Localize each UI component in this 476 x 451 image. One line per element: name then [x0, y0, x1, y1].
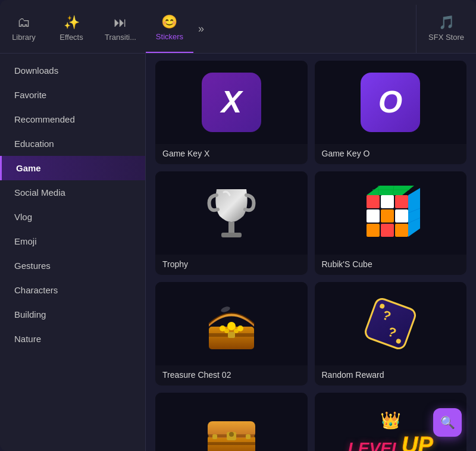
sticker-label-trophy: Trophy — [155, 255, 308, 275]
sidebar-item-vlog[interactable]: Vlog — [0, 205, 145, 229]
svg-rect-10 — [381, 209, 394, 223]
sticker-image-rubiks — [315, 171, 467, 255]
sticker-label-rubiks: Rubik'S Cube — [315, 255, 467, 275]
stickers-icon: 😊 — [161, 15, 177, 29]
svg-point-29 — [234, 328, 239, 333]
nav-transitions[interactable]: ⏭ Transiti... — [95, 5, 146, 53]
nav-stickers-label: Stickers — [156, 32, 183, 41]
svg-rect-5 — [221, 233, 242, 237]
sidebar-item-recommended[interactable]: Recommended — [0, 107, 145, 131]
sticker-grid: X Game Key X — [155, 54, 466, 451]
nav-effects-label: Effects — [60, 33, 83, 42]
nav-sfx[interactable]: 🎵 SFX Store — [416, 5, 476, 53]
svg-rect-42 — [212, 434, 217, 439]
svg-rect-24 — [228, 332, 235, 338]
sticker-card-trophy[interactable]: Trophy — [155, 171, 308, 275]
sidebar: Downloads Favorite Recommended Education… — [0, 54, 146, 451]
sidebar-item-game[interactable]: Game — [0, 156, 145, 180]
svg-text:X: X — [219, 84, 243, 119]
svg-marker-15 — [367, 186, 414, 195]
sticker-label-game-key-x: Game Key X — [155, 144, 308, 164]
grid-area: X Game Key X — [146, 54, 476, 451]
svg-point-28 — [224, 328, 229, 333]
sidebar-item-favorite[interactable]: Favorite — [0, 83, 145, 107]
sidebar-item-gestures[interactable]: Gestures — [0, 253, 145, 278]
sticker-card-treasure-01[interactable]: Treasure Chest 01 — [155, 393, 308, 451]
svg-rect-11 — [395, 209, 408, 223]
svg-point-26 — [227, 322, 236, 330]
sticker-label-game-key-o: Game Key O — [315, 144, 467, 164]
svg-rect-14 — [395, 224, 408, 237]
svg-rect-9 — [367, 209, 380, 223]
sticker-card-treasure-02[interactable]: Treasure Chest 02 — [155, 282, 308, 386]
app-container: 🗂 Library ✨ Effects ⏭ Transiti... 😊 Stic… — [0, 0, 476, 451]
svg-rect-13 — [381, 224, 394, 237]
svg-rect-12 — [367, 224, 380, 237]
svg-rect-43 — [246, 434, 250, 439]
sticker-image-game-key-o: O — [315, 61, 467, 144]
sfx-icon: 🎵 — [439, 16, 455, 29]
svg-text:O: O — [378, 84, 402, 119]
up-text: UP — [402, 433, 433, 451]
sidebar-item-characters[interactable]: Characters — [0, 278, 145, 302]
svg-rect-6 — [367, 195, 380, 208]
level-text: LEVEL — [348, 439, 402, 451]
crown-icon: 👑 — [380, 411, 401, 430]
sticker-card-random-reward[interactable]: ? ? Random Reward — [315, 282, 467, 386]
svg-rect-37 — [208, 442, 255, 445]
nav-effects[interactable]: ✨ Effects — [48, 5, 95, 53]
svg-rect-4 — [228, 222, 234, 233]
sticker-label-treasure-02: Treasure Chest 02 — [155, 365, 308, 386]
sidebar-item-emoji[interactable]: Emoji — [0, 229, 145, 253]
sticker-image-treasure-01 — [155, 393, 308, 451]
svg-rect-8 — [395, 195, 408, 208]
sticker-card-game-key-o[interactable]: O Game Key O — [315, 61, 467, 164]
sidebar-item-downloads[interactable]: Downloads — [0, 58, 145, 83]
top-nav: 🗂 Library ✨ Effects ⏭ Transiti... 😊 Stic… — [0, 0, 476, 54]
nav-transitions-label: Transiti... — [105, 33, 136, 42]
sticker-image-game-key-x: X — [155, 61, 308, 144]
svg-rect-31 — [364, 297, 417, 350]
transitions-icon: ⏭ — [114, 16, 127, 29]
sticker-card-rubiks[interactable]: Rubik'S Cube — [315, 171, 467, 275]
effects-icon: ✨ — [64, 16, 80, 29]
svg-rect-7 — [381, 195, 394, 208]
search-icon: 🔍 — [440, 415, 455, 430]
svg-point-41 — [229, 432, 234, 437]
sidebar-item-education[interactable]: Education — [0, 131, 145, 156]
sidebar-item-nature[interactable]: Nature — [0, 327, 145, 351]
sticker-label-random-reward: Random Reward — [315, 365, 467, 386]
sticker-card-game-key-x[interactable]: X Game Key X — [155, 61, 308, 164]
main-content: Downloads Favorite Recommended Education… — [0, 54, 476, 451]
sticker-image-trophy — [155, 171, 308, 255]
nav-library[interactable]: 🗂 Library — [0, 5, 48, 53]
sidebar-item-social-media[interactable]: Social Media — [0, 180, 145, 205]
svg-point-30 — [220, 306, 231, 314]
library-icon: 🗂 — [17, 16, 30, 29]
nav-stickers[interactable]: 😊 Stickers — [146, 5, 193, 53]
sidebar-item-building[interactable]: Building — [0, 302, 145, 327]
sticker-image-random-reward: ? ? — [315, 282, 467, 365]
search-fab-button[interactable]: 🔍 — [433, 408, 462, 437]
sticker-image-treasure-02 — [155, 282, 308, 365]
nav-library-label: Library — [12, 33, 36, 42]
nav-more-button[interactable]: » — [193, 23, 209, 35]
level-up-text-row: LEVEL UP — [348, 433, 433, 451]
nav-sfx-label: SFX Store — [428, 33, 464, 42]
